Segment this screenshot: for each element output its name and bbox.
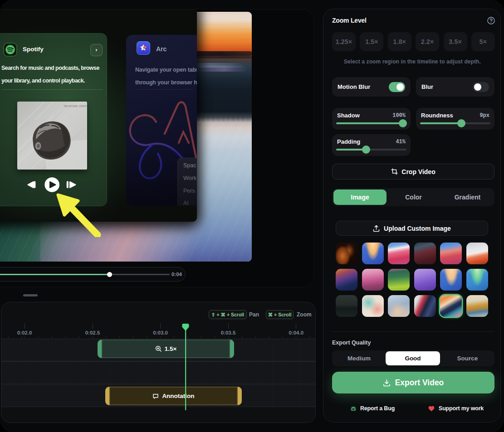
- svg-text:THE ANTLERS HOSPICE: THE ANTLERS HOSPICE: [64, 105, 87, 107]
